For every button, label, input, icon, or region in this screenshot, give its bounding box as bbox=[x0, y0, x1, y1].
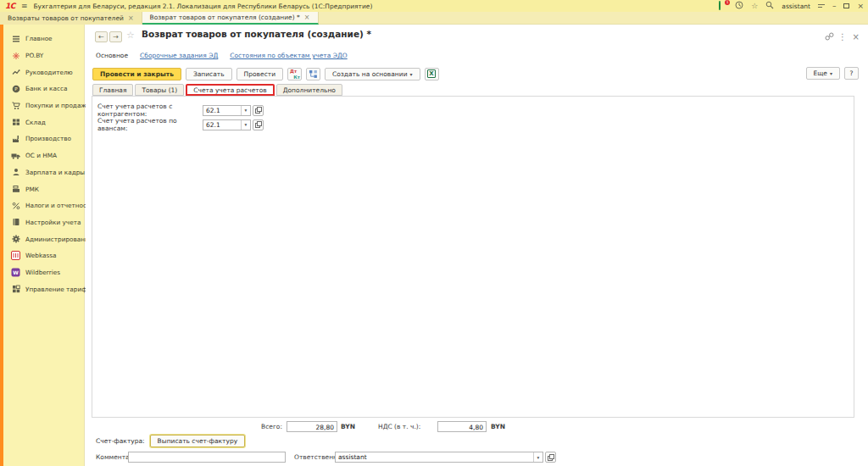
sidebar-item-label: Производство bbox=[25, 135, 71, 142]
forward-button[interactable]: → bbox=[109, 31, 122, 42]
sidebar-item-label: ОС и НМА bbox=[25, 152, 57, 159]
app-title: Бухгалтерия для Беларуси, редакция 2.1. … bbox=[33, 3, 372, 10]
field-label: Счет учета расчетов по авансам: bbox=[97, 117, 203, 132]
window-tabbar: Возвраты товаров от покупателей × Возвра… bbox=[0, 12, 868, 25]
open-icon bbox=[255, 121, 262, 128]
sidebar-item-webkassa[interactable]: Webkassa bbox=[3, 247, 84, 264]
excel-icon: X bbox=[427, 69, 436, 78]
window-tab-label: Возврат товаров от покупателя (создание)… bbox=[150, 14, 300, 21]
sidebar-item-taxes[interactable]: Налоги и отчетность bbox=[3, 197, 84, 214]
vat-label: НДС (в т. ч.): bbox=[378, 423, 420, 430]
dropdown-icon[interactable]: ▾ bbox=[241, 120, 250, 130]
dropdown-icon[interactable]: ▾ bbox=[241, 106, 250, 115]
search-button[interactable] bbox=[765, 1, 774, 11]
responsible-field[interactable]: assistant ▾ bbox=[335, 452, 543, 463]
sidebar-item-administration[interactable]: Администрирование bbox=[3, 230, 84, 247]
sidebar-item-label: Настройки учета bbox=[25, 219, 81, 226]
open-icon bbox=[255, 107, 262, 114]
more-button[interactable]: Еще▾ bbox=[806, 67, 840, 80]
dropdown-icon[interactable]: ▾ bbox=[533, 452, 542, 462]
cart-icon bbox=[11, 101, 20, 110]
nav-link-assembly-tasks[interactable]: Сборочные задания ЭД bbox=[140, 52, 218, 59]
tab-goods[interactable]: Товары (1) bbox=[135, 84, 184, 96]
favorites-button[interactable]: ☆ bbox=[751, 2, 758, 10]
open-responsible-button[interactable] bbox=[545, 452, 556, 463]
advances-account-field[interactable]: 62.1 ▾ bbox=[203, 119, 251, 130]
trend-chart-icon bbox=[11, 68, 20, 77]
more-menu-icon[interactable]: ⋮ bbox=[838, 32, 847, 42]
form-close-icon[interactable]: × bbox=[853, 32, 860, 42]
gear-icon bbox=[11, 235, 20, 244]
service-menu-icon[interactable] bbox=[818, 4, 825, 8]
create-based-on-button[interactable]: Создать на основании▾ bbox=[325, 68, 420, 80]
nav-link-edo-states[interactable]: Состояния по объектам учета ЭДО bbox=[230, 52, 347, 59]
history-button[interactable] bbox=[735, 1, 743, 11]
open-icon bbox=[548, 454, 554, 461]
app-window: 1С ≡ Бухгалтерия для Беларуси, редакция … bbox=[0, 0, 868, 466]
total-value: 28,80 bbox=[287, 421, 337, 432]
window-tab-label: Возвраты товаров от покупателей bbox=[8, 14, 124, 22]
form-tabs: Главная Товары (1) Счета учета расчетов … bbox=[92, 84, 342, 96]
maximize-icon[interactable] bbox=[843, 3, 849, 8]
cash-register-icon bbox=[11, 185, 20, 194]
svg-text:W: W bbox=[13, 269, 19, 275]
tab-settlement-accounts[interactable]: Счета учета расчетов bbox=[186, 84, 274, 96]
truck-icon bbox=[11, 151, 20, 160]
post-and-close-button[interactable]: Провести и закрыть bbox=[92, 68, 181, 80]
window-tab-return-new[interactable]: Возврат товаров от покупателя (создание)… bbox=[142, 12, 319, 25]
issue-invoice-button[interactable]: Выписать счет-фактуру bbox=[150, 435, 246, 447]
get-link-button[interactable] bbox=[825, 32, 834, 42]
invoice-label: Счет-фактура: bbox=[96, 437, 145, 445]
nav-link-main[interactable]: Основное bbox=[96, 52, 128, 59]
favorite-star-icon[interactable]: ☆ bbox=[126, 30, 135, 41]
sidebar-item-label: Зарплата и кадры bbox=[25, 169, 85, 176]
notification-badge: 1 bbox=[725, 0, 730, 5]
totals-row: Всего: 28,80 BYN НДС (в т. ч.): 4,80 BYN bbox=[86, 421, 868, 433]
sidebar-item-rmk[interactable]: РМК bbox=[3, 180, 84, 197]
export-excel-button[interactable]: X bbox=[425, 68, 439, 80]
document-form: ← → ☆ Возврат товаров от покупателя (соз… bbox=[86, 25, 868, 466]
open-account-button[interactable] bbox=[253, 105, 264, 116]
comment-input[interactable] bbox=[128, 452, 286, 463]
current-user[interactable]: assistant bbox=[782, 3, 810, 10]
invoice-row: Счет-фактура: Выписать счет-фактуру bbox=[96, 435, 245, 447]
tab-additional[interactable]: Дополнительно bbox=[276, 84, 342, 96]
tab-close-icon[interactable]: × bbox=[128, 14, 134, 22]
sidebar-item-payroll-hr[interactable]: Зарплата и кадры bbox=[3, 164, 84, 181]
sidebar-item-fixed-assets[interactable]: ОС и НМА bbox=[3, 147, 84, 164]
main-menu-icon[interactable]: ≡ bbox=[21, 2, 28, 10]
sidebar-item-label: Налоги и отчетность bbox=[25, 202, 94, 209]
chevron-down-icon: ▾ bbox=[410, 71, 413, 77]
sidebar-item-label: Администрирование bbox=[25, 236, 92, 243]
sidebar-item-accounting-settings[interactable]: Настройки учета bbox=[3, 214, 84, 231]
field-row: Счет учета расчетов с контрагентом: 62.1… bbox=[97, 103, 264, 118]
sidebar-item-label: РМК bbox=[25, 186, 39, 193]
boxes-grid-icon bbox=[11, 118, 20, 127]
open-account-button[interactable] bbox=[253, 119, 264, 130]
window-tab-returns-list[interactable]: Возвраты товаров от покупателей × bbox=[0, 12, 142, 25]
notifications-button[interactable]: 1 bbox=[719, 2, 727, 10]
sidebar-item-main[interactable]: Главное bbox=[3, 31, 84, 47]
sidebar-item-bank-cash[interactable]: P Банк и касса bbox=[3, 80, 84, 97]
sidebar-item-manager[interactable]: Руководителю bbox=[3, 64, 84, 80]
sidebar-item-tariff[interactable]: Управление тарифом bbox=[3, 280, 84, 297]
save-button[interactable]: Записать bbox=[186, 68, 232, 80]
sidebar-item-label: Webkassa bbox=[25, 252, 57, 259]
page-title: Возврат товаров от покупателя (создание)… bbox=[142, 29, 371, 39]
related-documents-button[interactable] bbox=[306, 68, 320, 80]
sidebar-item-poby[interactable]: PO.BY bbox=[3, 47, 84, 64]
help-button[interactable]: ? bbox=[844, 67, 859, 80]
sidebar-item-purchases-sales[interactable]: Покупки и продажи bbox=[3, 97, 84, 114]
sidebar-item-wildberries[interactable]: W Wildberries bbox=[3, 264, 84, 281]
tab-main[interactable]: Главная bbox=[92, 84, 133, 96]
sidebar-item-warehouse[interactable]: Склад bbox=[3, 114, 84, 130]
post-button[interactable]: Провести bbox=[236, 68, 283, 80]
minimize-button[interactable]: – bbox=[832, 2, 837, 10]
window-close-button[interactable]: × bbox=[857, 2, 864, 10]
chevron-down-icon: ▾ bbox=[830, 70, 832, 76]
sidebar-item-production[interactable]: Производство bbox=[3, 130, 84, 147]
back-button[interactable]: ← bbox=[95, 31, 108, 42]
tab-close-icon[interactable]: × bbox=[304, 14, 310, 21]
counterparty-account-field[interactable]: 62.1 ▾ bbox=[203, 105, 251, 116]
show-postings-button[interactable]: ДтКт bbox=[287, 68, 302, 80]
